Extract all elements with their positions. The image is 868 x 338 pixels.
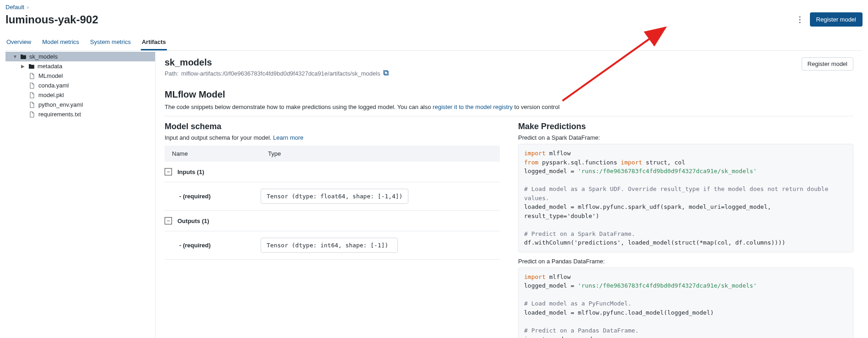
register-registry-link[interactable]: register it to the model registry [433, 104, 513, 110]
copy-icon[interactable] [383, 70, 389, 77]
collapse-icon[interactable]: − [165, 217, 172, 224]
svg-point-2 [799, 22, 800, 23]
tabs: Overview Model metrics System metrics Ar… [5, 35, 863, 51]
caret-down-icon: ▼ [13, 54, 17, 59]
make-predictions-heading: Make Predictions [518, 122, 853, 131]
folder-icon [20, 54, 27, 60]
path-value: mlflow-artifacts:/0/f0e9636783fc4fd9bd0d… [181, 70, 380, 77]
schema-inputs-label: Inputs (1) [177, 169, 204, 175]
file-icon [29, 102, 36, 108]
tree-node-metadata[interactable]: ▶ metadata [5, 61, 155, 71]
artifact-title: sk_models [165, 57, 389, 68]
tree-node-label: metadata [38, 63, 62, 70]
model-schema-subtext: Input and output schema for your model. … [165, 134, 500, 141]
artifact-tree: ▼ sk_models ▶ metadata MLmodel conda.yam… [5, 51, 155, 338]
svg-point-1 [799, 19, 800, 20]
spark-predict-label: Predict on a Spark DataFrame: [518, 134, 853, 141]
schema-col-name: Name [172, 150, 268, 157]
tree-node-file[interactable]: requirements.txt [5, 109, 155, 119]
schema-row-name: - (required) [165, 242, 261, 249]
breadcrumb: Default › [5, 4, 863, 11]
chevron-right-icon: › [27, 4, 29, 11]
tree-node-file[interactable]: MLmodel [5, 71, 155, 81]
pandas-code-block: import mlflow logged_model = 'runs:/f0e9… [518, 267, 853, 338]
schema-row-type: Tensor (dtype: float64, shape: [-1,4]) [261, 189, 408, 204]
tree-node-label: requirements.txt [38, 111, 81, 118]
tree-node-label: sk_models [29, 53, 58, 60]
tree-node-file[interactable]: python_env.yaml [5, 100, 155, 109]
tree-node-label: model.pkl [38, 92, 64, 98]
path-label: Path: [165, 70, 178, 77]
schema-col-type: Type [268, 150, 281, 157]
register-model-secondary-button[interactable]: Register model [802, 57, 853, 71]
file-icon [29, 82, 36, 89]
tree-node-root[interactable]: ▼ sk_models [5, 52, 155, 61]
svg-rect-3 [385, 71, 388, 75]
schema-table-header: Name Type [165, 146, 500, 162]
mlflow-model-heading: MLflow Model [165, 89, 853, 100]
tree-node-label: MLmodel [38, 72, 63, 79]
page-title: luminous-yak-902 [5, 13, 98, 26]
collapse-icon[interactable]: − [165, 168, 172, 175]
file-icon [29, 73, 36, 79]
caret-right-icon: ▶ [21, 64, 26, 69]
schema-row-type: Tensor (dtype: int64, shape: [-1]) [261, 238, 398, 253]
svg-rect-4 [384, 71, 387, 74]
tab-system-metrics[interactable]: System metrics [89, 35, 132, 50]
more-options-button[interactable] [795, 15, 804, 24]
schema-row-name: - (required) [165, 193, 261, 200]
schema-row: - (required) Tensor (dtype: int64, shape… [165, 231, 500, 260]
breadcrumb-root[interactable]: Default [5, 4, 24, 11]
schema-outputs-label: Outputs (1) [177, 218, 209, 224]
svg-point-0 [799, 16, 800, 17]
tab-artifacts[interactable]: Artifacts [141, 35, 167, 50]
tab-model-metrics[interactable]: Model metrics [41, 35, 80, 50]
register-model-primary-button[interactable]: Register model [810, 12, 863, 27]
model-schema-heading: Model schema [165, 122, 500, 131]
tree-node-label: python_env.yaml [38, 101, 83, 108]
schema-row: - (required) Tensor (dtype: float64, sha… [165, 182, 500, 211]
tree-node-file[interactable]: model.pkl [5, 90, 155, 100]
learn-more-link[interactable]: Learn more [273, 134, 303, 141]
tree-node-label: conda.yaml [38, 82, 69, 89]
folder-icon [28, 64, 35, 69]
spark-code-block: import mlflow from pyspark.sql.functions… [518, 144, 853, 252]
file-icon [29, 111, 36, 118]
pandas-predict-label: Predict on a Pandas DataFrame: [518, 258, 853, 265]
tree-node-file[interactable]: conda.yaml [5, 81, 155, 90]
file-icon [29, 92, 36, 98]
tab-overview[interactable]: Overview [5, 35, 32, 50]
mlflow-model-description: The code snippets below demonstrate how … [165, 104, 853, 110]
